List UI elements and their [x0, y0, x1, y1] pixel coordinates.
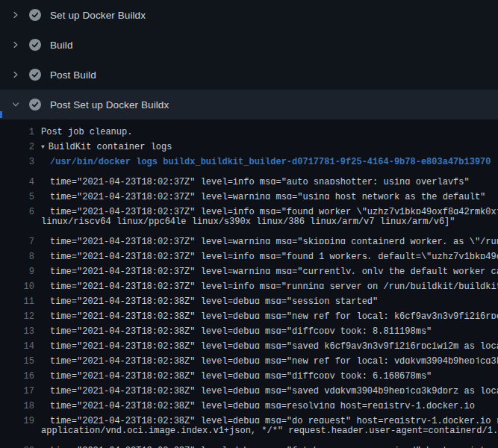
log-line-number — [0, 214, 34, 229]
log-line: 6 time="2021-04-23T18:02:37Z" level=info… — [0, 199, 498, 214]
log-line-number — [0, 423, 34, 438]
step-header-2[interactable]: Build — [0, 30, 498, 60]
chevron-right-icon — [11, 70, 20, 79]
log-line-number[interactable]: 6 — [0, 205, 34, 214]
step-label: Set up Docker Buildx — [50, 10, 146, 21]
chevron-right-icon — [11, 10, 20, 19]
log-line: 14 time="2021-04-23T18:02:38Z" level=deb… — [0, 334, 498, 349]
log-line-number[interactable]: 4 — [0, 175, 34, 184]
log-line-text: application/vnd.oci.image.index.v1+json,… — [41, 423, 498, 438]
log-line: 8 time="2021-04-23T18:02:37Z" level=info… — [0, 244, 498, 259]
log-line: 13 time="2021-04-23T18:02:38Z" level=deb… — [0, 319, 498, 334]
log-line-text: Post job cleanup. — [41, 125, 132, 140]
log-line-number[interactable]: 11 — [0, 294, 34, 304]
log-line-text: time="2021-04-23T18:02:38Z" level=debug … — [50, 384, 498, 393]
check-circle-icon — [29, 9, 41, 21]
log-line-text: time="2021-04-23T18:02:38Z" level=debug … — [50, 339, 498, 349]
log-line-text: time="2021-04-23T18:02:38Z" level=debug … — [50, 369, 432, 379]
log-line-text: time="2021-04-23T18:02:38Z" level=debug … — [50, 444, 498, 448]
log-line: application/vnd.oci.image.index.v1+json,… — [0, 423, 498, 438]
log-line: 19 time="2021-04-23T18:02:38Z" level=deb… — [0, 408, 498, 423]
log-line-number[interactable]: 2 — [0, 140, 34, 155]
log-line-number[interactable]: 14 — [0, 339, 34, 349]
chevron-right-icon — [11, 40, 20, 49]
log-line-text: time="2021-04-23T18:02:37Z" level=info m… — [50, 279, 498, 289]
log-line: 20 time="2021-04-23T18:02:38Z" level=deb… — [0, 438, 498, 448]
step-label: Post Build — [50, 69, 96, 81]
check-circle-icon — [29, 99, 41, 111]
log-line-text: time="2021-04-23T18:02:38Z" level=debug … — [50, 354, 498, 364]
log-line: 11 time="2021-04-23T18:02:38Z" level=deb… — [0, 289, 498, 304]
log-line: 16 time="2021-04-23T18:02:38Z" level=deb… — [0, 364, 498, 379]
step-header-3[interactable]: Post Build — [0, 60, 498, 90]
check-circle-icon — [29, 69, 41, 81]
chevron-down-icon — [11, 100, 20, 109]
log-line-number[interactable]: 9 — [0, 264, 34, 274]
log-line: 7 time="2021-04-23T18:02:37Z" level=warn… — [0, 229, 498, 244]
log-line-text: time="2021-04-23T18:02:38Z" level=debug … — [50, 399, 475, 408]
log-line: 12 time="2021-04-23T18:02:38Z" level=deb… — [0, 304, 498, 319]
log-line-text: time="2021-04-23T18:02:37Z" level=info m… — [50, 205, 498, 214]
log-line-text: time="2021-04-23T18:02:37Z" level=warnin… — [50, 264, 498, 274]
log-line: 5 time="2021-04-23T18:02:37Z" level=warn… — [0, 184, 498, 199]
log-line: 10 time="2021-04-23T18:02:37Z" level=inf… — [0, 274, 498, 289]
log-line: 18 time="2021-04-23T18:02:38Z" level=deb… — [0, 393, 498, 408]
log-line-number[interactable]: 16 — [0, 369, 34, 379]
log-line-text: time="2021-04-23T18:02:37Z" level=info m… — [50, 175, 470, 184]
log-line-number[interactable]: 15 — [0, 354, 34, 364]
log-line-text: /usr/bin/docker logs buildx_buildkit_bui… — [50, 155, 491, 169]
log-line-text: linux/riscv64 linux/ppc64le linux/s390x … — [41, 214, 455, 229]
log-line-number[interactable]: 3 — [0, 155, 34, 169]
check-circle-icon — [29, 39, 41, 51]
log-line-text: time="2021-04-23T18:02:38Z" level=debug … — [50, 324, 432, 334]
log-line-number[interactable]: 20 — [0, 444, 34, 448]
log-line-text: time="2021-04-23T18:02:38Z" level=debug … — [50, 294, 378, 304]
group-expanded-triangle-icon: ▼ — [41, 140, 45, 155]
log-line-text: time="2021-04-23T18:02:37Z" level=warnin… — [50, 234, 498, 244]
log-line-number[interactable]: 19 — [0, 414, 34, 423]
log-line-text: time="2021-04-23T18:02:38Z" level=debug … — [50, 309, 498, 319]
step-label: Post Set up Docker Buildx — [50, 99, 169, 111]
log-line-number[interactable]: 8 — [0, 249, 34, 259]
log-line-number[interactable]: 18 — [0, 399, 34, 408]
log-area: 1 Post job cleanup. 2 ▼BuildKit containe… — [0, 119, 498, 448]
step-header-4[interactable]: Post Set up Docker Buildx — [0, 90, 498, 119]
log-line-number[interactable]: 12 — [0, 309, 34, 319]
log-line: 17 time="2021-04-23T18:02:38Z" level=deb… — [0, 379, 498, 393]
log-line: 1 Post job cleanup. — [0, 125, 498, 140]
log-line-number[interactable]: 17 — [0, 384, 34, 393]
active-step-indicator — [0, 111, 2, 118]
log-line-number[interactable]: 7 — [0, 234, 34, 244]
step-label: Build — [50, 40, 73, 51]
step-header-1[interactable]: Set up Docker Buildx — [0, 0, 498, 30]
log-line-number[interactable]: 10 — [0, 279, 34, 289]
log-line: 2 ▼BuildKit container logs — [0, 140, 498, 155]
steps-list: Set up Docker Buildx Build Post Buil — [0, 0, 498, 119]
log-line-text: time="2021-04-23T18:02:38Z" level=debug … — [50, 414, 498, 423]
log-line: 4 time="2021-04-23T18:02:37Z" level=info… — [0, 169, 498, 184]
log-line-text: time="2021-04-23T18:02:37Z" level=warnin… — [50, 190, 485, 199]
log-line-text: time="2021-04-23T18:02:37Z" level=info m… — [50, 249, 498, 259]
log-group-toggle[interactable]: ▼BuildKit container logs — [41, 140, 172, 155]
log-line: 3 /usr/bin/docker logs buildx_buildkit_b… — [0, 155, 498, 169]
log-line: 9 time="2021-04-23T18:02:37Z" level=warn… — [0, 259, 498, 274]
log-line: linux/riscv64 linux/ppc64le linux/s390x … — [0, 214, 498, 229]
actions-log-viewer: Set up Docker Buildx Build Post Buil — [0, 0, 498, 448]
log-line-number[interactable]: 13 — [0, 324, 34, 334]
log-line-number[interactable]: 1 — [0, 125, 34, 140]
log-line: 15 time="2021-04-23T18:02:38Z" level=deb… — [0, 349, 498, 364]
log-line-number[interactable]: 5 — [0, 190, 34, 199]
